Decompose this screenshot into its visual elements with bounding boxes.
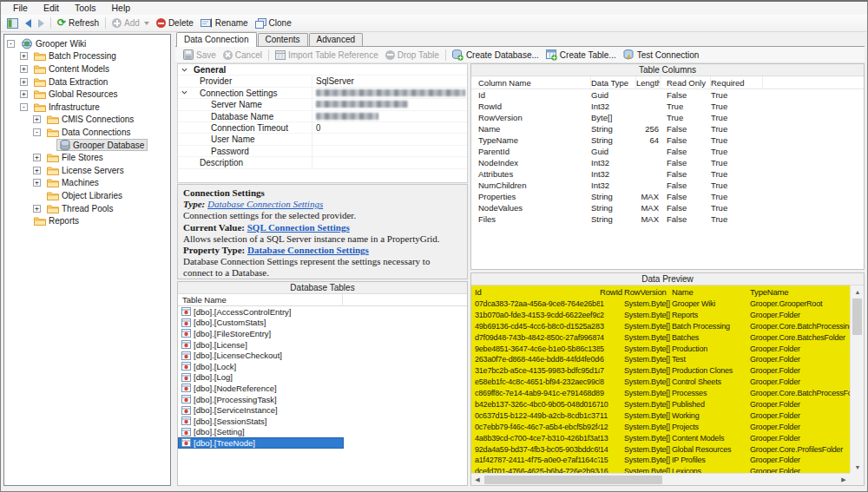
tree-node-body[interactable]: Grooper Wiki bbox=[17, 37, 89, 49]
table-row[interactable]: [dbo].[License] bbox=[178, 339, 467, 351]
property-category-row[interactable]: General bbox=[178, 64, 467, 75]
property-value[interactable] bbox=[312, 99, 467, 109]
add-button[interactable]: Add bbox=[108, 17, 153, 29]
tree-item-content-models[interactable]: +Content Models bbox=[4, 62, 170, 75]
table-row[interactable]: 49b69136-cd45-4cc6-b8c0-d1525a2815883Sys… bbox=[471, 321, 850, 332]
table-row[interactable]: [dbo].[Log] bbox=[178, 372, 467, 384]
table-row[interactable]: 92da4a59-bd37-4fb3-bc05-903bddc6503914Sy… bbox=[471, 444, 850, 456]
tree-node-body[interactable]: File Stores bbox=[43, 152, 107, 164]
table-row-body[interactable]: [dbo].[TreeNode] bbox=[178, 437, 344, 449]
tree-item-file-stores[interactable]: +File Stores bbox=[4, 151, 170, 164]
property-row[interactable]: Password bbox=[178, 146, 467, 157]
table-row[interactable]: IdGuidFalseTrue bbox=[471, 89, 864, 101]
tree-node-body[interactable]: Thread Pools bbox=[43, 202, 116, 214]
table-row[interactable]: FilesStringMAXFalseTrue bbox=[471, 213, 864, 225]
tree-node-body[interactable]: Data Connections bbox=[43, 126, 135, 138]
table-row[interactable]: [dbo].[Setting] bbox=[178, 427, 467, 438]
table-row[interactable]: [dbo].[CustomStats] bbox=[178, 318, 467, 329]
column-header-rowid[interactable]: RowId bbox=[600, 285, 624, 298]
delete-button[interactable]: Delete bbox=[153, 17, 197, 29]
tree-item-cmis-connections[interactable]: +CMIS Connections bbox=[4, 114, 170, 127]
drop-table-button[interactable]: Drop Table bbox=[382, 49, 443, 61]
table-row[interactable]: [dbo].[NodeReference] bbox=[178, 383, 467, 394]
refresh-button[interactable]: ⟳Refresh bbox=[54, 17, 102, 29]
table-row[interactable]: c869ff8c-7e14-4ab9-941c-e791468d89369Sys… bbox=[471, 388, 850, 399]
menu-file[interactable]: File bbox=[5, 2, 36, 15]
save-button[interactable]: Save bbox=[180, 49, 220, 61]
table-row[interactable]: [dbo].[SessionStats] bbox=[178, 416, 467, 427]
column-header-id[interactable]: Id bbox=[471, 285, 600, 298]
table-row-body[interactable]: [dbo].[ProcessingTask] bbox=[178, 394, 344, 405]
clone-button[interactable]: Clone bbox=[252, 17, 295, 30]
table-row[interactable]: 9ebe4851-3647-4c6e-b1e0-5b86c138d2f95Sys… bbox=[471, 344, 850, 355]
table-row[interactable]: e58eb1fc-4c8c-4651-bf94-232aec99cbff8Sys… bbox=[471, 377, 850, 388]
table-row[interactable]: d7f09d48-743b-4842-850c-27af996871b74Sys… bbox=[471, 332, 850, 344]
vertical-scroll-thumb[interactable] bbox=[852, 298, 862, 335]
property-value[interactable] bbox=[312, 88, 467, 98]
help-property-type-link[interactable]: Database Connection Settings bbox=[247, 245, 369, 255]
tree-item-data-extraction[interactable]: +Data Extraction bbox=[4, 75, 170, 89]
scroll-left-icon[interactable]: ◀ bbox=[471, 474, 483, 486]
table-row[interactable]: [dbo].[FileStoreEntry] bbox=[178, 328, 467, 339]
property-value[interactable] bbox=[312, 146, 467, 156]
tree-item-grooper-wiki[interactable]: -Grooper Wiki bbox=[4, 37, 170, 50]
tab-advanced[interactable]: Advanced bbox=[309, 33, 363, 46]
expand-icon[interactable]: + bbox=[33, 167, 41, 174]
table-row[interactable]: 31e7bc2b-a5ce-4135-9983-bdfc95d1a7af7Sys… bbox=[471, 365, 850, 377]
table-row[interactable]: PropertiesStringMAXFalseTrue bbox=[471, 191, 864, 202]
tree-item-reports[interactable]: Reports bbox=[4, 214, 170, 227]
back-button[interactable] bbox=[22, 18, 35, 29]
chevron-down-icon[interactable] bbox=[178, 64, 190, 75]
vertical-scrollbar[interactable]: ▲ ▼ bbox=[850, 285, 864, 473]
table-row[interactable]: a1f42787-2411-4f75-a0e0-e7af1164c70e15Sy… bbox=[471, 455, 850, 466]
column-header-rowversion[interactable]: RowVersion bbox=[624, 285, 672, 298]
property-row[interactable]: Connection Timeout0 bbox=[178, 122, 467, 134]
table-row-body[interactable]: [dbo].[AccessControlEntry] bbox=[178, 306, 344, 318]
menu-help[interactable]: Help bbox=[104, 2, 139, 15]
column-header-read-only[interactable]: Read Only bbox=[667, 76, 711, 89]
column-header-name[interactable]: Name bbox=[672, 285, 750, 298]
tree-item-object-libraries[interactable]: Object Libraries bbox=[4, 189, 170, 202]
collapse-icon[interactable]: - bbox=[7, 40, 15, 48]
menu-edit[interactable]: Edit bbox=[36, 2, 67, 15]
table-row-body[interactable]: [dbo].[Setting] bbox=[178, 427, 344, 438]
tree-item-license-servers[interactable]: +License Servers bbox=[4, 164, 170, 177]
expand-icon[interactable]: + bbox=[33, 115, 41, 123]
expand-icon[interactable]: + bbox=[33, 154, 41, 161]
tab-data-connection[interactable]: Data Connection bbox=[176, 32, 257, 47]
property-row[interactable]: Database Name bbox=[178, 111, 467, 122]
property-value[interactable]: SqlServer bbox=[312, 75, 467, 86]
table-row[interactable]: 263a0f7e-d868-446e-bdd8-44fd4fe0d6af6Sys… bbox=[471, 354, 850, 365]
table-row[interactable]: TypeNameString64FalseTrue bbox=[471, 134, 864, 146]
create-table-button[interactable]: Create Table... bbox=[542, 49, 620, 62]
tree-item-grooper-database[interactable]: Grooper Database bbox=[4, 139, 170, 152]
tree-node-body[interactable]: Machines bbox=[43, 177, 102, 189]
table-row[interactable]: [dbo].[AccessControlEntry] bbox=[178, 306, 467, 318]
property-value[interactable] bbox=[312, 111, 467, 121]
help-type-link[interactable]: Database Connection Settings bbox=[207, 199, 323, 209]
tree-node-body[interactable]: Reports bbox=[30, 215, 82, 227]
collapse-icon[interactable]: - bbox=[20, 103, 28, 111]
table-row-body[interactable]: [dbo].[SessionStats] bbox=[178, 416, 344, 427]
cancel-button[interactable]: Cancel bbox=[220, 49, 266, 61]
tree-item-infrastructure[interactable]: -Infrastructure bbox=[4, 101, 170, 114]
scroll-up-icon[interactable]: ▲ bbox=[851, 285, 865, 298]
create-database-button[interactable]: Create Database... bbox=[449, 49, 542, 62]
tree-node-body[interactable]: Data Extraction bbox=[30, 75, 111, 88]
table-row[interactable]: 31b070a0-fde3-4153-9cdd-6622eef9d93e2Sys… bbox=[471, 310, 850, 321]
table-row-body[interactable]: [dbo].[Log] bbox=[178, 372, 344, 384]
tree-item-machines[interactable]: +Machines bbox=[4, 177, 170, 190]
collapse-icon[interactable]: - bbox=[33, 128, 41, 136]
table-row[interactable]: NodeValuesStringMAXFalseTrue bbox=[471, 202, 864, 213]
tree-node-body[interactable]: License Servers bbox=[43, 164, 128, 176]
expand-icon[interactable]: + bbox=[20, 65, 28, 73]
property-row[interactable]: Description bbox=[178, 157, 467, 168]
property-row[interactable]: User Name bbox=[178, 134, 467, 145]
horizontal-scroll-thumb[interactable] bbox=[484, 476, 662, 484]
table-row-body[interactable]: [dbo].[Lock] bbox=[178, 361, 344, 372]
table-row[interactable]: dcefd701-4766-4625-b6b4-726e2b934c5116Sy… bbox=[471, 466, 850, 473]
expand-icon[interactable]: + bbox=[33, 205, 41, 213]
table-row[interactable]: NumChildrenInt32FalseTrue bbox=[471, 180, 864, 191]
tree-node-body[interactable]: CMIS Connections bbox=[43, 114, 137, 126]
import-table-reference-button[interactable]: Import Table Reference bbox=[272, 49, 382, 61]
